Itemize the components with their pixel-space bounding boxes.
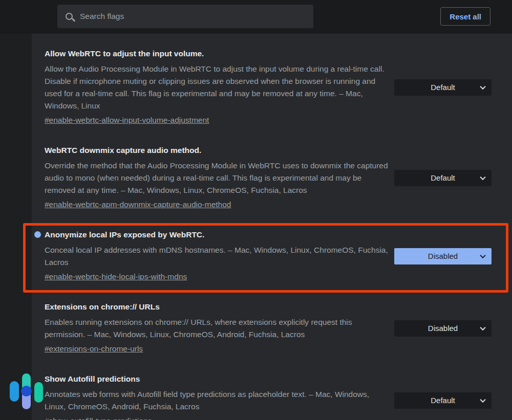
chevron-down-icon [480,83,485,89]
chevron-down-icon [480,324,485,330]
search-box[interactable] [57,5,313,28]
flag-text: Extensions on chrome:// URLs Enables run… [45,302,389,354]
flag-permalink[interactable]: #enable-webrtc-hide-local-ips-with-mdns [45,272,187,282]
modified-flag-dot-icon [34,231,41,238]
flag-row-extensions-chrome-urls: Extensions on chrome:// URLs Enables run… [45,302,492,354]
flag-select-value: Default [431,173,455,182]
flag-title: Anonymize local IPs exposed by WebRTC. [45,230,389,239]
flag-title: Allow WebRTC to adjust the input volume. [45,49,389,58]
chevron-down-icon [480,174,485,180]
flag-select-value: Default [431,83,455,92]
flag-select-dropdown[interactable]: Disabled [394,320,492,337]
chevron-down-icon [480,396,485,402]
logo-blue-pill [10,381,19,402]
flag-description: Enables running extensions on chrome:// … [45,316,389,341]
flag-title: Extensions on chrome:// URLs [45,302,389,312]
flag-select-dropdown[interactable]: Default [394,79,492,96]
logo-teal-pill [34,382,43,403]
flag-title: WebRTC downmix capture audio method. [45,146,389,155]
flag-text: WebRTC downmix capture audio method. Ove… [45,146,389,210]
logo-blue-circle [21,386,32,396]
search-icon [66,13,73,20]
flag-select-dropdown[interactable]: Disabled [394,248,492,264]
flag-select-value: Disabled [428,324,458,333]
chevron-down-icon [480,252,485,258]
flag-text: Show Autofill predictions Annotates web … [45,374,389,420]
search-input[interactable] [80,12,305,21]
flags-list: Allow WebRTC to adjust the input volume.… [32,34,512,420]
flag-description: Conceal local IP addresses with mDNS hos… [45,244,389,269]
flag-row-webrtc-downmix: WebRTC downmix capture audio method. Ove… [45,146,492,210]
flag-description: Allow the Audio Processing Module in Web… [45,63,389,112]
flag-permalink[interactable]: #show-autofill-type-predictions [45,416,152,420]
page-background: Allow WebRTC to adjust the input volume.… [0,34,512,420]
flag-text: Anonymize local IPs exposed by WebRTC. C… [45,230,389,282]
flag-row-autofill-predictions: Show Autofill predictions Annotates web … [45,374,492,420]
flag-select-dropdown[interactable]: Default [394,170,492,186]
flag-description: Annotates web forms with Autofill field … [45,388,389,413]
assistant-listening-logo [10,373,44,410]
reset-all-button[interactable]: Reset all [440,7,490,26]
flag-description: Override the method that the Audio Proce… [45,160,389,196]
flag-select-value: Default [431,396,455,405]
flag-title: Show Autofill predictions [45,374,389,384]
flag-select-value: Disabled [428,252,458,260]
flag-row-anonymize-local-ips: Anonymize local IPs exposed by WebRTC. C… [45,230,492,282]
flag-permalink[interactable]: #enable-webrtc-allow-input-volume-adjust… [45,115,209,125]
flag-permalink[interactable]: #extensions-on-chrome-urls [45,344,143,354]
flag-text: Allow WebRTC to adjust the input volume.… [45,49,389,125]
flag-row-webrtc-input-volume: Allow WebRTC to adjust the input volume.… [45,49,492,125]
topbar: Reset all [0,0,512,33]
flag-select-dropdown[interactable]: Default [394,392,492,409]
flag-permalink[interactable]: #enable-webrtc-apm-downmix-capture-audio… [45,200,231,210]
